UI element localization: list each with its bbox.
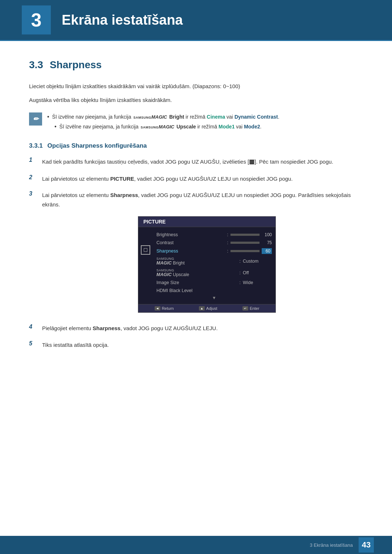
page-header: 3 Ekrāna iestatīšana bbox=[0, 0, 392, 40]
osd-value-magic-upscale: Off bbox=[243, 270, 272, 275]
osd-footer-return-label: Return bbox=[162, 306, 174, 311]
subsection-number: 3.3.1 bbox=[29, 142, 43, 149]
osd-label-magic-upscale: SAMSUNG MAGIC Upscale bbox=[156, 268, 237, 277]
footer-page-number: 43 bbox=[359, 537, 374, 553]
step-text-2: Lai pārvietotos uz elementu PICTURE, vad… bbox=[42, 174, 363, 184]
osd-title: PICTURE bbox=[143, 219, 166, 225]
return-btn-icon: ◄ bbox=[155, 306, 160, 311]
osd-footer-enter-label: Enter bbox=[250, 306, 259, 311]
subsection-heading: 3.3.1 Opcijas Sharpness konfigurēšana bbox=[29, 142, 363, 149]
bullet-2: • bbox=[54, 122, 57, 131]
section-title: Sharpness bbox=[50, 59, 102, 71]
jog-control-icon bbox=[141, 245, 150, 255]
osd-colon-magic-upscale: : bbox=[240, 270, 241, 275]
step-item-1: 1 Kad tiek parādīts funkcijas taustiņu c… bbox=[29, 157, 363, 167]
osd-value-image-size: Wide bbox=[243, 280, 272, 285]
section-heading: 3.3 Sharpness bbox=[29, 59, 363, 71]
page-footer: 3 Ekrāna iestatīšana 43 bbox=[0, 536, 392, 554]
osd-footer-adjust-label: Adjust bbox=[206, 306, 217, 311]
osd-num-sharpness: 60 bbox=[262, 248, 272, 254]
osd-item-hdmi-black: HDMI Black Level bbox=[156, 287, 272, 295]
jog-bracket-icon: ▦ bbox=[249, 159, 254, 165]
osd-bar-track-sharpness bbox=[230, 250, 260, 252]
osd-more-indicator: ▼ bbox=[156, 295, 272, 300]
osd-left-icon bbox=[138, 231, 153, 300]
step-item-5: 5 Tiks iestatīta atlasītā opcija. bbox=[29, 340, 363, 350]
note-icon: ✏ bbox=[29, 112, 42, 126]
osd-num-contrast: 75 bbox=[262, 240, 272, 245]
osd-samsung-label-bright: SAMSUNG bbox=[156, 257, 237, 260]
osd-footer-enter: ↵ Enter bbox=[242, 306, 259, 311]
note-pencil-icon: ✏ bbox=[33, 115, 38, 123]
osd-item-sharpness: Sharpness : 60 bbox=[156, 247, 272, 255]
jog-inner bbox=[144, 248, 147, 252]
osd-samsung-label-upscale: SAMSUNG bbox=[156, 268, 237, 272]
section-number: 3.3 bbox=[29, 59, 43, 71]
osd-label-contrast: Contrast bbox=[156, 240, 225, 245]
osd-colon-magic-bright: : bbox=[240, 259, 241, 264]
osd-bar-brightness: 100 bbox=[230, 232, 272, 237]
osd-magic-label-bright: MAGIC bbox=[156, 260, 172, 266]
note-text-1: Šī izvēlne nav pieejama, ja funkcija SAM… bbox=[52, 113, 363, 122]
chapter-number: 3 bbox=[31, 9, 42, 31]
osd-label-sharpness: Sharpness bbox=[156, 249, 225, 254]
step-num-1: 1 bbox=[29, 157, 39, 163]
chapter-number-box: 3 bbox=[22, 5, 51, 34]
osd-value-brightness: 100 bbox=[230, 232, 272, 237]
osd-colon-sharpness: : bbox=[227, 249, 228, 254]
osd-body: Brightness : 100 bbox=[138, 227, 275, 304]
note-lines: • Šī izvēlne nav pieejama, ja funkcija S… bbox=[47, 112, 363, 131]
step-num-3: 3 bbox=[29, 190, 39, 197]
steps-list: 1 Kad tiek parādīts funkcijas taustiņu c… bbox=[29, 157, 363, 209]
osd-colon-contrast: : bbox=[227, 240, 228, 245]
bullet-1: • bbox=[47, 112, 49, 122]
osd-colon-image-size: : bbox=[240, 280, 241, 285]
note-box: ✏ • Šī izvēlne nav pieejama, ja funkcija… bbox=[29, 112, 363, 131]
enter-btn-icon: ↵ bbox=[242, 306, 248, 311]
osd-label-image-size: Image Size bbox=[156, 280, 237, 285]
osd-container: PICTURE Brightness : bbox=[138, 216, 276, 313]
osd-footer-adjust: ▲ Adjust bbox=[199, 306, 217, 311]
osd-value-sharpness: 60 bbox=[230, 248, 272, 254]
osd-value-contrast: 75 bbox=[230, 240, 272, 245]
osd-label-hdmi-black: HDMI Black Level bbox=[156, 288, 238, 293]
osd-item-image-size: Image Size : Wide bbox=[156, 279, 272, 287]
step-item-2: 2 Lai pārvietotos uz elementu PICTURE, v… bbox=[29, 174, 363, 184]
step-text-4: Pielāgojiet elementu Sharpness, vadot JO… bbox=[42, 324, 363, 333]
osd-colon-brightness: : bbox=[227, 232, 228, 237]
steps-list-2: 4 Pielāgojiet elementu Sharpness, vadot … bbox=[29, 324, 363, 349]
brand-upscale: SAMSUNG MAGIC bbox=[140, 123, 174, 131]
osd-wrapper: PICTURE Brightness : bbox=[51, 216, 363, 313]
osd-label-magic-bright: SAMSUNG MAGIC Bright bbox=[156, 257, 237, 266]
subsection-title: Opcijas Sharpness konfigurēšana bbox=[48, 142, 147, 149]
body-text-2: Augstāka vērtība liks objektu līnijām iz… bbox=[29, 95, 363, 105]
osd-menu-items: Brightness : 100 bbox=[153, 231, 275, 300]
footer-chapter-text: 3 Ekrāna iestatīšana bbox=[310, 542, 353, 548]
osd-item-contrast: Contrast : 75 bbox=[156, 239, 272, 247]
note-text-2: Šī izvēlne nav pieejama, ja funkcija SAM… bbox=[60, 123, 363, 131]
osd-bar-contrast: 75 bbox=[230, 240, 272, 245]
step-text-5: Tiks iestatīta atlasītā opcija. bbox=[42, 340, 363, 350]
step-text-3: Lai pārvietotos uz elementu Sharpness, v… bbox=[42, 190, 363, 209]
step-num-5: 5 bbox=[29, 340, 39, 347]
brand-bright: SAMSUNG MAGIC bbox=[133, 113, 167, 121]
osd-item-magic-bright: SAMSUNG MAGIC Bright : Custom bbox=[156, 255, 272, 267]
osd-title-bar: PICTURE bbox=[138, 217, 275, 227]
osd-bar-sharpness: 60 bbox=[230, 248, 272, 254]
body-text-1: Lieciet objektu līnijām izskatīties skai… bbox=[29, 82, 363, 91]
step-item-3: 3 Lai pārvietotos uz elementu Sharpness,… bbox=[29, 190, 363, 209]
note-line-1: • Šī izvēlne nav pieejama, ja funkcija S… bbox=[47, 112, 363, 122]
osd-bar-track-contrast bbox=[230, 242, 260, 244]
adjust-btn-icon: ▲ bbox=[199, 306, 205, 311]
step-num-2: 2 bbox=[29, 174, 39, 181]
osd-magic-label-upscale: MAGIC bbox=[156, 272, 172, 277]
osd-value-magic-bright: Custom bbox=[243, 259, 272, 264]
osd-bar-track-brightness bbox=[230, 234, 260, 236]
osd-footer: ◄ Return ▲ Adjust ↵ Enter bbox=[138, 304, 275, 312]
step-text-1: Kad tiek parādīts funkcijas taustiņu ceļ… bbox=[42, 157, 363, 167]
osd-label-brightness: Brightness bbox=[156, 232, 225, 237]
step-num-4: 4 bbox=[29, 324, 39, 330]
note-line-2: • Šī izvēlne nav pieejama, ja funkcija S… bbox=[54, 122, 363, 131]
osd-item-magic-upscale: SAMSUNG MAGIC Upscale : Off bbox=[156, 267, 272, 279]
header-title: Ekrāna iestatīšana bbox=[62, 12, 183, 28]
